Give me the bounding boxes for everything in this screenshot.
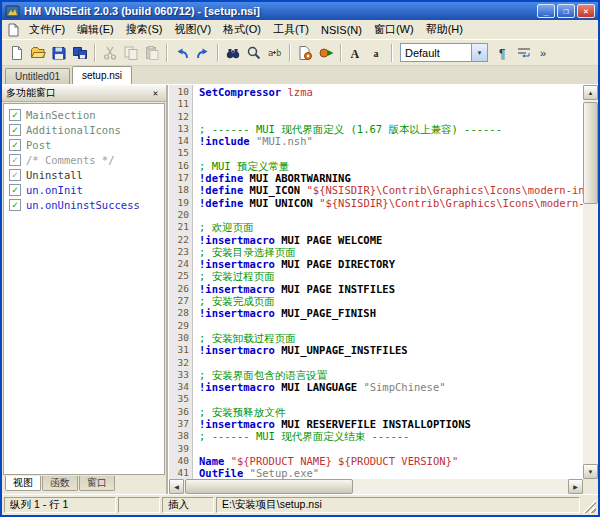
scroll-up-icon[interactable]: ▲ [583, 85, 598, 100]
editor-code-area[interactable]: 10SetCompressor lzma111213; ------ MUI 现… [169, 85, 583, 479]
checkbox-icon[interactable]: ✓ [9, 139, 21, 151]
tree-item-main-section[interactable]: ✓MainSection [4, 107, 164, 122]
horizontal-scroll-thumb[interactable] [185, 479, 353, 494]
tree-item-post[interactable]: ✓Post [4, 137, 164, 152]
save-file-icon[interactable] [48, 42, 69, 63]
editor-line[interactable]: 13; ------ MUI 现代界面定义 (1.67 版本以上兼容) ----… [169, 123, 583, 135]
editor-line[interactable]: 38; ------ MUI 现代界面定义结束 ------ [169, 430, 583, 442]
toolbar-separator [217, 44, 218, 62]
maximize-button[interactable]: ❐ [557, 4, 575, 18]
chevron-more-icon[interactable]: » [534, 42, 555, 63]
vertical-scroll-thumb[interactable] [583, 102, 598, 204]
scroll-left-icon[interactable]: ◀ [169, 479, 184, 494]
editor-line[interactable]: 11 [169, 98, 583, 110]
menu-nsis[interactable]: NSIS(N) [315, 21, 368, 39]
doc-tab-setup-nsi[interactable]: setup.nsi [72, 66, 132, 84]
editor-line[interactable]: 37!insertmacro MUI_RESERVEFILE_INSTALLOP… [169, 418, 583, 430]
editor-line[interactable]: 26!insertmacro MUI_PAGE_INSTFILES [169, 283, 583, 295]
special-chars-icon[interactable]: ¶ [492, 42, 513, 63]
checkbox-icon[interactable]: ✓ [9, 184, 21, 196]
editor-line[interactable]: 22!insertmacro MUI_PAGE_WELCOME [169, 234, 583, 246]
save-all-icon[interactable] [69, 42, 90, 63]
horizontal-scrollbar[interactable]: ◀ ▶ [169, 479, 583, 494]
editor-line[interactable]: 21; 欢迎页面 [169, 221, 583, 233]
editor-line[interactable]: 40Name "${PRODUCT_NAME} ${PRODUCT_VERSIO… [169, 455, 583, 467]
sidebar-tab-function[interactable]: 函数 [42, 476, 78, 491]
font-decrease-icon[interactable]: a [366, 42, 387, 63]
editor-line[interactable]: 36; 安装预释放文件 [169, 406, 583, 418]
vertical-scrollbar[interactable]: ▲ ▼ [583, 85, 598, 479]
font-increase-icon[interactable]: A [345, 42, 366, 63]
mdi-child-icon[interactable] [5, 22, 21, 38]
editor-line[interactable]: 14!include "MUI.nsh" [169, 135, 583, 147]
scroll-right-icon[interactable]: ▶ [568, 479, 583, 494]
menu-edit[interactable]: 编辑(E) [71, 19, 120, 40]
editor-line[interactable]: 30; 安装卸载过程页面 [169, 332, 583, 344]
line-code: ; 安装过程页面 [193, 270, 583, 282]
tree-item-uninstall[interactable]: ✓Uninstall [4, 167, 164, 182]
checkbox-icon[interactable]: ✓ [9, 199, 21, 211]
menu-search[interactable]: 搜索(S) [120, 19, 169, 40]
checkbox-icon[interactable]: ✓ [9, 109, 21, 121]
new-file-icon[interactable] [6, 42, 27, 63]
sidebar-close-icon[interactable]: ✕ [149, 87, 162, 100]
editor-line[interactable]: 27; 安装完成页面 [169, 295, 583, 307]
redo-icon[interactable] [192, 42, 213, 63]
undo-icon[interactable] [171, 42, 192, 63]
doc-tab-untitled01[interactable]: Untitled01 [5, 68, 70, 84]
editor-line[interactable]: 33; 安装界面包含的语言设置 [169, 369, 583, 381]
editor-line[interactable]: 16; MUI 预定义常量 [169, 160, 583, 172]
menu-file[interactable]: 文件(F) [23, 19, 71, 40]
chevron-down-icon[interactable]: ▼ [471, 44, 487, 61]
script-outline-tree[interactable]: ✓MainSection✓AdditionalIcons✓Post✓/* Com… [3, 103, 165, 475]
find-next-icon[interactable] [243, 42, 264, 63]
menu-view[interactable]: 视图(V) [168, 19, 217, 40]
editor-line[interactable]: 35 [169, 393, 583, 405]
compile-icon[interactable] [294, 42, 315, 63]
resize-grip[interactable] [582, 499, 596, 513]
word-wrap-icon[interactable] [513, 42, 534, 63]
open-file-icon[interactable] [27, 42, 48, 63]
menu-tools[interactable]: 工具(T) [267, 19, 315, 40]
find-icon[interactable] [222, 42, 243, 63]
replace-icon[interactable]: ab [264, 42, 285, 63]
editor-line[interactable]: 23; 安装目录选择页面 [169, 246, 583, 258]
minimize-button[interactable]: _ [537, 4, 555, 18]
editor-line[interactable]: 10SetCompressor lzma [169, 86, 583, 98]
window-title: HM VNISEdit 2.0.3 (build 060712) - [setu… [24, 5, 537, 17]
checkbox-icon[interactable]: ✓ [9, 124, 21, 136]
checkbox-icon[interactable]: ✓ [9, 169, 21, 181]
editor-line[interactable]: 24!insertmacro MUI_PAGE_DIRECTORY [169, 258, 583, 270]
editor-line[interactable]: 34!insertmacro MUI_LANGUAGE "SimpChinese… [169, 381, 583, 393]
menu-format[interactable]: 格式(O) [217, 19, 267, 40]
editor-line[interactable]: 12 [169, 111, 583, 123]
tree-item-un-onuninstsuccess[interactable]: ✓un.onUninstSuccess [4, 197, 164, 212]
sidebar-tab-view[interactable]: 视图 [5, 476, 41, 491]
editor-line[interactable]: 41OutFile "Setup.exe" [169, 467, 583, 479]
editor-line[interactable]: 31!insertmacro MUI_UNPAGE_INSTFILES [169, 344, 583, 356]
tree-item-comments[interactable]: ✓/* Comments */ [4, 152, 164, 167]
editor-line[interactable]: 32 [169, 357, 583, 369]
editor-line[interactable]: 18!define MUI_ICON "${NSISDIR}\Contrib\G… [169, 184, 583, 196]
menu-window[interactable]: 窗口(W) [368, 19, 420, 40]
editor-line[interactable]: 19!define MUI_UNICON "${NSISDIR}\Contrib… [169, 197, 583, 209]
sidebar-tab-window[interactable]: 窗口 [79, 476, 115, 491]
line-code: ; MUI 预定义常量 [193, 160, 583, 172]
editor-line[interactable]: 29 [169, 320, 583, 332]
editor-line[interactable]: 17!define MUI_ABORTWARNING [169, 172, 583, 184]
checkbox-icon[interactable]: ✓ [9, 154, 21, 166]
editor-line[interactable]: 28!insertmacro MUI_PAGE_FINISH [169, 307, 583, 319]
tree-item-un-oninit[interactable]: ✓un.onInit [4, 182, 164, 197]
syntax-select-combo[interactable]: Default▼ [400, 43, 488, 62]
editor-line[interactable]: 15 [169, 147, 583, 159]
close-button[interactable]: ✕ [577, 4, 595, 18]
tree-item-additional-icons[interactable]: ✓AdditionalIcons [4, 122, 164, 137]
code-editor[interactable]: 10SetCompressor lzma111213; ------ MUI 现… [168, 85, 598, 494]
svg-text:a: a [373, 48, 378, 59]
editor-line[interactable]: 25; 安装过程页面 [169, 270, 583, 282]
scroll-down-icon[interactable]: ▼ [583, 464, 598, 479]
editor-line[interactable]: 39 [169, 443, 583, 455]
menu-help[interactable]: 帮助(H) [420, 19, 469, 40]
compile-run-icon[interactable] [315, 42, 336, 63]
editor-line[interactable]: 20 [169, 209, 583, 221]
